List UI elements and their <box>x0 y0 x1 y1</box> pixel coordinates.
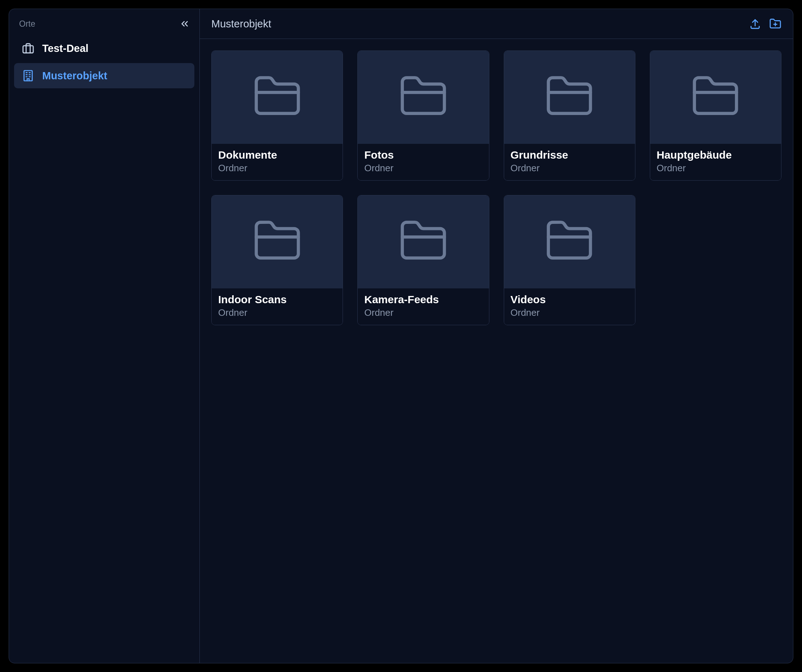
folder-card-kamera-feeds[interactable]: Kamera-Feeds Ordner <box>357 195 489 325</box>
folder-type: Ordner <box>511 163 629 174</box>
sidebar-item-test-deal[interactable]: Test-Deal <box>14 36 194 61</box>
folder-info: Kamera-Feeds Ordner <box>358 288 488 325</box>
folder-grid: Dokumente Ordner Fotos Ordner <box>200 39 793 337</box>
folder-type: Ordner <box>364 163 482 174</box>
folder-info: Hauptgebäude Ordner <box>650 144 781 180</box>
folder-name: Fotos <box>364 149 482 161</box>
sidebar-item-musterobjekt[interactable]: Musterobjekt <box>14 63 194 88</box>
folder-info: Dokumente Ordner <box>212 144 343 180</box>
main-header: Musterobjekt <box>200 9 793 39</box>
sidebar: Orte Test-Deal <box>9 9 200 663</box>
folder-type: Ordner <box>511 307 629 318</box>
folder-card-hauptgebaeude[interactable]: Hauptgebäude Ordner <box>650 50 781 181</box>
folder-type: Ordner <box>656 163 775 174</box>
sidebar-item-label: Test-Deal <box>42 42 88 55</box>
folder-name: Dokumente <box>218 149 336 161</box>
building-icon <box>22 69 34 82</box>
folder-info: Grundrisse Ordner <box>504 144 635 180</box>
folder-type: Ordner <box>364 307 482 318</box>
folder-icon <box>690 71 741 123</box>
folder-card-videos[interactable]: Videos Ordner <box>504 195 635 325</box>
folder-name: Kamera-Feeds <box>364 294 482 306</box>
folder-info: Indoor Scans Ordner <box>212 288 343 325</box>
folder-thumb <box>650 51 781 144</box>
folder-name: Hauptgebäude <box>656 149 775 161</box>
sidebar-header: Orte <box>14 16 194 36</box>
header-actions <box>749 18 781 30</box>
folder-info: Fotos Ordner <box>358 144 488 180</box>
folder-icon <box>544 216 595 268</box>
folder-thumb <box>212 51 343 144</box>
folder-thumb <box>504 51 635 144</box>
folder-type: Ordner <box>218 307 336 318</box>
upload-button[interactable] <box>749 18 761 30</box>
folder-thumb <box>504 195 635 288</box>
folder-thumb <box>358 195 488 288</box>
breadcrumb: Musterobjekt <box>211 18 271 30</box>
folder-card-grundrisse[interactable]: Grundrisse Ordner <box>504 50 635 181</box>
folder-name: Videos <box>511 294 629 306</box>
folder-card-dokumente[interactable]: Dokumente Ordner <box>211 50 343 181</box>
folder-name: Indoor Scans <box>218 294 336 306</box>
main-content: Musterobjekt <box>200 9 793 663</box>
folder-thumb <box>358 51 488 144</box>
folder-icon <box>398 216 449 268</box>
folder-card-indoor-scans[interactable]: Indoor Scans Ordner <box>211 195 343 325</box>
briefcase-icon <box>22 42 34 55</box>
folder-icon <box>252 71 302 123</box>
folder-card-fotos[interactable]: Fotos Ordner <box>357 50 489 181</box>
app-panel: Orte Test-Deal <box>9 9 793 663</box>
sidebar-title: Orte <box>19 19 36 29</box>
folder-icon <box>544 71 595 123</box>
folder-icon <box>252 216 302 268</box>
folder-thumb <box>212 195 343 288</box>
folder-type: Ordner <box>218 163 336 174</box>
folder-name: Grundrisse <box>511 149 629 161</box>
new-folder-button[interactable] <box>769 18 781 30</box>
folder-icon <box>398 71 449 123</box>
svg-rect-1 <box>24 71 32 81</box>
svg-rect-0 <box>23 46 33 53</box>
sidebar-item-label: Musterobjekt <box>42 70 107 82</box>
folder-info: Videos Ordner <box>504 288 635 325</box>
collapse-sidebar-icon[interactable] <box>179 18 190 29</box>
